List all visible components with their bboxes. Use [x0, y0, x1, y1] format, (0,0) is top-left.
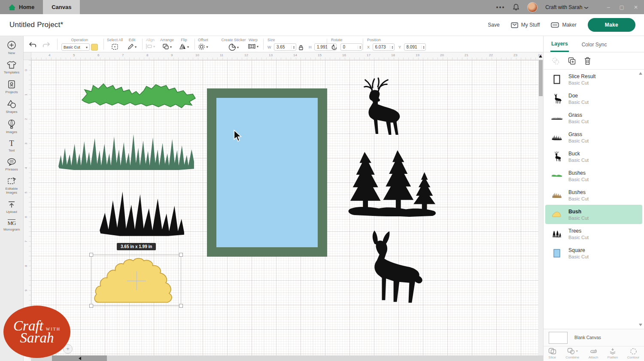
chevron-down-icon — [187, 45, 189, 49]
my-stuff-button[interactable]: My Stuff — [511, 22, 540, 28]
width-input[interactable] — [276, 45, 291, 49]
tab-home[interactable]: Home — [0, 0, 43, 14]
layer-row-bushes-brown[interactable]: BushesBasic Cut — [545, 185, 642, 205]
ruler-number: 8 — [24, 265, 28, 267]
tab-color-sync[interactable]: Color Sync — [581, 37, 608, 52]
height-input[interactable] — [317, 45, 331, 49]
lock-aspect-icon[interactable] — [298, 45, 304, 51]
avatar[interactable] — [527, 2, 538, 12]
redo-button[interactable] — [42, 41, 50, 49]
y-input[interactable] — [407, 45, 421, 49]
account-menu[interactable]: Craft with Sarah — [545, 4, 588, 10]
attach-paperclip-icon — [589, 349, 598, 354]
stepper-icon[interactable] — [421, 46, 425, 49]
sidebar-item-shapes[interactable]: Shapes — [0, 100, 24, 114]
list-scroll-down-icon[interactable] — [639, 324, 642, 326]
sidebar-item-upload[interactable]: Upload — [0, 200, 24, 214]
layer-row-slice-result[interactable]: Slice ResultBasic Cut — [545, 70, 642, 89]
width-field[interactable] — [274, 43, 296, 51]
shape-bushes-green[interactable] — [79, 83, 199, 109]
sidebar-item-text[interactable]: T Text — [0, 140, 24, 152]
rotate-field[interactable] — [340, 43, 363, 51]
tab-canvas[interactable]: Canvas — [43, 0, 80, 14]
sidebar-item-images[interactable]: Images — [0, 119, 24, 134]
shape-square-blue[interactable] — [216, 98, 318, 247]
rotate-icon[interactable] — [331, 44, 337, 51]
scroll-up-arrow-icon[interactable] — [539, 55, 542, 58]
rotate-input[interactable] — [343, 45, 358, 49]
ruler-number: 17 — [367, 53, 371, 57]
layer-row-bush-selected[interactable]: BushBasic Cut — [545, 205, 642, 224]
scrollbar-thumb[interactable] — [539, 60, 543, 96]
list-scroll-up-icon[interactable] — [639, 72, 642, 75]
tab-layers[interactable]: Layers — [550, 36, 569, 52]
size-label: Size — [267, 38, 337, 42]
selection-handle[interactable] — [179, 253, 183, 257]
vertical-scrollbar[interactable] — [538, 60, 543, 355]
arrange-button[interactable]: Arrange — [160, 38, 174, 51]
color-swatch[interactable] — [91, 44, 98, 51]
shape-doe[interactable] — [351, 230, 426, 304]
ruler-number: 22 — [489, 53, 493, 57]
offset-button[interactable]: Offset — [198, 38, 208, 51]
create-sticker-button[interactable]: Create Sticker — [214, 38, 253, 52]
sidebar-item-templates[interactable]: Templates — [0, 61, 24, 74]
sidebar-item-new[interactable]: New — [0, 40, 24, 55]
sidebar-item-projects[interactable]: Projects — [0, 80, 24, 94]
position-label: Position — [367, 38, 426, 42]
layer-row-trees[interactable]: TreesBasic Cut — [545, 224, 642, 243]
shape-trees[interactable] — [346, 150, 439, 218]
minimize-button[interactable]: – — [607, 4, 610, 10]
layer-row-buck[interactable]: BuckBasic Cut — [545, 147, 642, 166]
flatten-icon — [609, 348, 617, 355]
layer-row-grass-1[interactable]: GrassBasic Cut — [545, 108, 642, 127]
close-button[interactable]: ✕ — [634, 4, 638, 10]
ruler-number: 4 — [49, 53, 50, 57]
sidebar-item-editable-images[interactable]: Editable Images — [0, 177, 24, 194]
operation-select[interactable]: Basic Cut — [61, 43, 90, 51]
chevron-down-icon — [86, 45, 88, 49]
shape-grass-black[interactable] — [98, 188, 186, 237]
selection-handle[interactable] — [89, 253, 93, 257]
shape-grass-green[interactable] — [55, 130, 197, 170]
sidebar-item-monogram[interactable]: MG Monogram — [0, 219, 24, 231]
save-button[interactable]: Save — [488, 22, 499, 28]
sidebar-item-phrases[interactable]: Phrases — [0, 158, 24, 171]
operation-label: Operation — [61, 38, 98, 42]
layer-row-grass-2[interactable]: GrassBasic Cut — [545, 127, 642, 147]
layer-row-bushes-green[interactable]: BushesBasic Cut — [545, 166, 642, 185]
design-canvas[interactable]: 456789101112131415161718192021222324 012… — [24, 52, 543, 361]
x-input[interactable] — [375, 45, 390, 49]
selection-handle[interactable] — [179, 304, 183, 308]
stepper-icon[interactable] — [358, 46, 361, 49]
duplicate-icon[interactable] — [568, 57, 576, 65]
undo-button[interactable] — [29, 41, 37, 49]
selection-handle[interactable] — [89, 304, 93, 308]
select-all-button[interactable]: Select All — [107, 38, 123, 51]
horizontal-scrollbar[interactable] — [31, 355, 543, 361]
edit-button[interactable]: Edit — [128, 38, 137, 51]
trash-icon[interactable] — [584, 57, 591, 65]
chevron-down-icon — [585, 4, 588, 10]
layer-row-square[interactable]: SquareBasic Cut — [545, 243, 642, 263]
x-field[interactable] — [373, 43, 395, 51]
scroll-left-arrow-icon[interactable] — [79, 357, 81, 360]
operation-value: Basic Cut — [64, 45, 80, 49]
maximize-button[interactable]: ▢ — [620, 4, 624, 10]
notifications-bell-icon[interactable] — [513, 3, 519, 11]
flip-button[interactable]: Flip — [179, 38, 189, 51]
shape-buck[interactable] — [353, 76, 401, 137]
rotate-label: Rotate — [331, 38, 362, 42]
warp-button[interactable]: Warp — [248, 38, 258, 50]
blank-canvas-row[interactable]: Blank Canvas — [544, 329, 644, 346]
more-menu-icon[interactable]: ••• — [496, 4, 505, 11]
stepper-icon[interactable] — [291, 46, 295, 49]
sidebar-label: Text — [9, 149, 15, 152]
y-field[interactable] — [404, 43, 426, 51]
make-button[interactable]: Make — [588, 18, 635, 32]
maker-button[interactable]: Maker — [551, 22, 576, 28]
combine-icon — [567, 348, 575, 355]
selection-box[interactable] — [91, 255, 181, 306]
layer-row-doe[interactable]: DoeBasic Cut — [545, 89, 642, 108]
stepper-icon[interactable] — [390, 46, 394, 49]
